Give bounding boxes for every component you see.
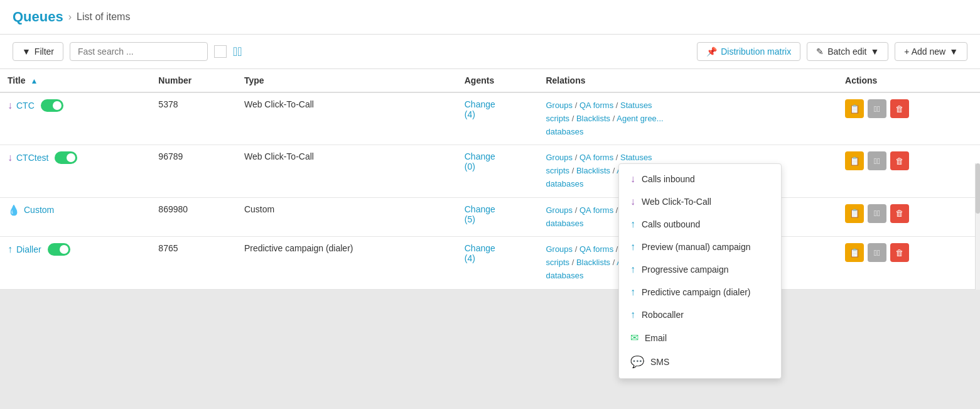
rel-groups[interactable]: Groups: [546, 244, 573, 254]
hide-button[interactable]: 👁̸: [868, 99, 886, 118]
rel-groups[interactable]: Groups: [546, 205, 573, 215]
add-new-chevron: ▼: [949, 46, 958, 57]
batch-edit-button[interactable]: ✎ Batch edit ▼: [807, 42, 888, 61]
col-title: Title ▲: [0, 69, 151, 92]
search-input[interactable]: [70, 42, 208, 61]
dropdown-item-predictive-campaign[interactable]: ↑Predictive campaign (dialer): [619, 281, 781, 303]
predictive-campaign-icon: ↑: [630, 286, 635, 298]
row-title-link[interactable]: Dialler: [16, 244, 41, 254]
dropdown-item-sms[interactable]: 💬SMS: [619, 349, 781, 374]
row-title-link[interactable]: CTCtest: [16, 153, 48, 163]
col-relations: Relations: [538, 69, 837, 92]
rel-groups[interactable]: Groups: [546, 101, 573, 110]
sms-icon: 💬: [630, 355, 644, 369]
dropdown-item-calls-outbound[interactable]: ↑Calls outbound: [619, 213, 781, 236]
rel-blacklists[interactable]: Blacklists: [576, 114, 610, 123]
visibility-toggle-icon[interactable]: 👁̸: [233, 45, 242, 59]
row-toggle[interactable]: [41, 99, 63, 112]
rel-qa[interactable]: QA forms: [579, 153, 613, 162]
rel-qa[interactable]: QA forms: [579, 101, 613, 110]
page-title: Queues: [13, 9, 63, 25]
rel-greetings[interactable]: Agent gree...: [617, 114, 663, 123]
rel-databases[interactable]: databases: [546, 179, 583, 188]
rel-databases[interactable]: databases: [546, 219, 583, 228]
distribution-matrix-dropdown: ↓Calls inbound↓Web Click-To-Call↑Calls o…: [618, 163, 782, 379]
copy-button[interactable]: 📋: [845, 151, 864, 170]
copy-button[interactable]: 📋: [845, 99, 864, 118]
copy-button[interactable]: 📋: [845, 204, 864, 223]
delete-button[interactable]: 🗑: [890, 99, 909, 118]
dropdown-item-calls-inbound[interactable]: ↓Calls inbound: [619, 168, 781, 190]
row-type-icon: ↑: [8, 244, 13, 255]
row-type-icon: ↓: [8, 100, 13, 111]
dropdown-item-progressive-campaign[interactable]: ↑Progressive campaign: [619, 258, 781, 281]
rel-databases[interactable]: databases: [546, 127, 583, 136]
rel-scripts[interactable]: scripts: [546, 166, 569, 175]
row-type-icon: 💧: [8, 204, 20, 216]
scrollbar-thumb[interactable]: [976, 163, 980, 214]
email-icon: ✉: [630, 332, 638, 344]
items-table: Title ▲ Number Type Agents Relations Act…: [0, 69, 980, 290]
rel-scripts[interactable]: scripts: [546, 114, 569, 123]
delete-button[interactable]: 🗑: [890, 243, 909, 262]
hide-button[interactable]: 👁̸: [868, 151, 886, 170]
row-number: 5378: [151, 92, 237, 145]
web-click-to-call-icon: ↓: [630, 196, 635, 207]
dropdown-item-label: Calls outbound: [642, 219, 700, 229]
calls-inbound-icon: ↓: [630, 173, 635, 185]
robocaller-icon: ↑: [630, 309, 635, 320]
dropdown-item-label: Calls inbound: [642, 174, 695, 184]
row-number: 96789: [151, 145, 237, 197]
dropdown-item-label: Predictive campaign (dialer): [642, 287, 751, 297]
agents-change-link[interactable]: Change(4): [465, 243, 495, 263]
delete-button[interactable]: 🗑: [890, 151, 909, 170]
select-all-checkbox[interactable]: [214, 45, 227, 58]
hide-button[interactable]: 👁̸: [868, 243, 886, 262]
row-type-icon: ↓: [8, 152, 13, 163]
filter-button[interactable]: ▼ Filter: [13, 42, 63, 61]
copy-button[interactable]: 📋: [845, 243, 864, 262]
calls-outbound-icon: ↑: [630, 219, 635, 230]
dropdown-item-email[interactable]: ✉Email: [619, 326, 781, 349]
dropdown-item-web-click-to-call[interactable]: ↓Web Click-To-Call: [619, 190, 781, 213]
batch-edit-chevron: ▼: [871, 46, 880, 57]
row-type: Predictive campaign (dialer): [237, 237, 457, 289]
row-toggle[interactable]: [48, 243, 70, 256]
distribution-matrix-button[interactable]: 📌 Distribution matrix: [697, 42, 800, 61]
filter-label: Filter: [35, 46, 54, 57]
breadcrumb-current: List of items: [77, 11, 130, 23]
rel-databases[interactable]: databases: [546, 271, 583, 280]
rel-qa[interactable]: QA forms: [579, 244, 613, 254]
table-row: ↑ Dialler 8765 Predictive campaign (dial…: [0, 237, 980, 289]
agents-change-link[interactable]: Change(5): [465, 204, 495, 224]
table-header-row: Title ▲ Number Type Agents Relations Act…: [0, 69, 980, 92]
delete-button[interactable]: 🗑: [890, 204, 909, 223]
toolbar-right: 📌 Distribution matrix ✎ Batch edit ▼ + A…: [697, 42, 967, 61]
rel-scripts[interactable]: scripts: [546, 258, 569, 267]
agents-change-link[interactable]: Change(0): [465, 151, 495, 172]
add-new-button[interactable]: + Add new ▼: [895, 42, 967, 61]
filter-icon: ▼: [22, 46, 31, 57]
sort-icon[interactable]: ▲: [30, 77, 38, 85]
rel-statuses[interactable]: Statuses: [620, 101, 652, 110]
rel-statuses[interactable]: Statuses: [620, 153, 652, 162]
row-toggle[interactable]: [55, 151, 77, 164]
agents-change-link[interactable]: Change(4): [465, 99, 495, 119]
rel-blacklists[interactable]: Blacklists: [576, 258, 610, 267]
hide-button[interactable]: 👁̸: [868, 204, 886, 223]
rel-groups[interactable]: Groups: [546, 153, 573, 162]
dist-matrix-label: Distribution matrix: [721, 46, 791, 57]
row-relations: Groups / QA forms / Statusesscripts / Bl…: [538, 92, 837, 145]
batch-edit-icon: ✎: [816, 46, 824, 57]
col-agents: Agents: [457, 69, 539, 92]
row-title-link[interactable]: Custom: [24, 205, 54, 215]
dropdown-item-label: Email: [645, 333, 667, 343]
dropdown-item-robocaller[interactable]: ↑Robocaller: [619, 303, 781, 326]
rel-blacklists[interactable]: Blacklists: [576, 166, 610, 175]
dist-matrix-icon: 📌: [706, 46, 717, 57]
dropdown-item-preview-campaign[interactable]: ↑Preview (manual) campaign: [619, 236, 781, 258]
scrollbar-track[interactable]: [975, 163, 980, 290]
rel-qa[interactable]: QA forms: [579, 205, 613, 215]
row-title-link[interactable]: CTC: [16, 101, 35, 111]
dropdown-item-label: Web Click-To-Call: [642, 197, 711, 207]
